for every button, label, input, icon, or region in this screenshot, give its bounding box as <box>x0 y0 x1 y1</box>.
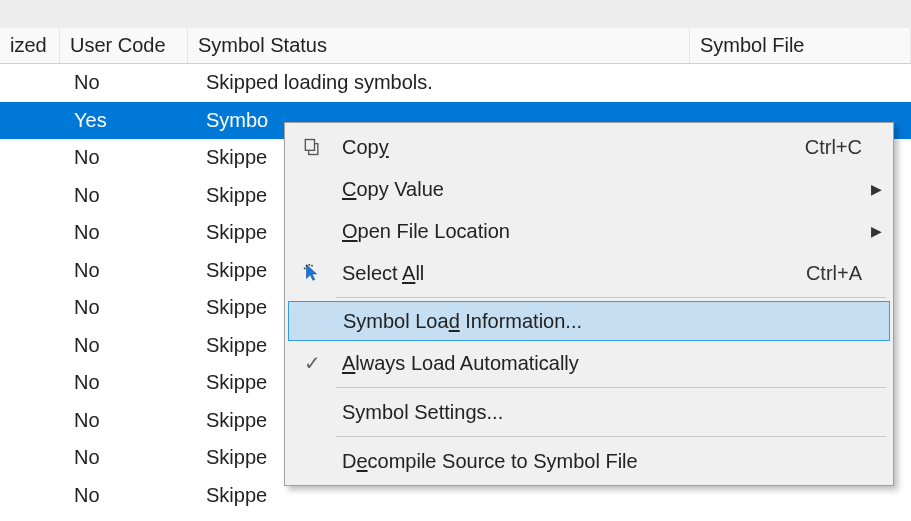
submenu-arrow-icon: ▶ <box>866 223 882 239</box>
table-header: ized User Code Symbol Status Symbol File <box>0 28 911 64</box>
menu-symbol-load-info-label: Symbol Load Information... <box>333 310 865 333</box>
svg-rect-1 <box>305 140 314 151</box>
context-menu: Copy Ctrl+C Copy Value ▶ Open File Locat… <box>284 122 894 486</box>
col-header-ized[interactable]: ized <box>0 28 60 63</box>
svg-point-2 <box>306 265 308 267</box>
cell-user-code: No <box>60 221 188 244</box>
menu-decompile[interactable]: Decompile Source to Symbol File <box>288 440 890 482</box>
menu-open-file-location[interactable]: Open File Location ▶ <box>288 210 890 252</box>
menu-separator <box>336 387 886 388</box>
col-header-symbol-status[interactable]: Symbol Status <box>188 28 690 63</box>
cell-user-code: No <box>60 296 188 319</box>
svg-point-5 <box>311 265 313 267</box>
cell-user-code: Yes <box>60 109 188 132</box>
select-all-cursor-icon <box>292 262 332 284</box>
menu-separator <box>336 297 886 298</box>
cell-user-code: No <box>60 71 188 94</box>
menu-always-load[interactable]: ✓ Always Load Automatically <box>288 342 890 384</box>
cell-symbol-status: Skipped loading symbols. <box>188 71 690 94</box>
menu-open-file-label: Open File Location <box>332 220 866 243</box>
cell-user-code: No <box>60 334 188 357</box>
menu-copy-value-label: Copy Value <box>332 178 866 201</box>
svg-point-3 <box>308 264 310 266</box>
menu-decompile-label: Decompile Source to Symbol File <box>332 450 866 473</box>
menu-select-all-label: Select All <box>332 262 806 285</box>
col-header-symbol-file[interactable]: Symbol File <box>690 28 911 63</box>
cell-user-code: No <box>60 446 188 469</box>
menu-select-all-shortcut: Ctrl+A <box>806 262 866 285</box>
menu-separator <box>336 436 886 437</box>
menu-select-all[interactable]: Select All Ctrl+A <box>288 252 890 294</box>
cell-user-code: No <box>60 259 188 282</box>
cell-user-code: No <box>60 371 188 394</box>
col-header-user-code[interactable]: User Code <box>60 28 188 63</box>
cell-symbol-status: Skippe <box>188 484 690 507</box>
cell-user-code: No <box>60 146 188 169</box>
menu-always-load-label: Always Load Automatically <box>332 352 866 375</box>
top-spacer <box>0 0 911 28</box>
menu-copy-label: Copy <box>332 136 805 159</box>
copy-icon <box>292 137 332 157</box>
table-row[interactable]: NoSkipped loading symbols. <box>0 64 911 102</box>
menu-copy-value[interactable]: Copy Value ▶ <box>288 168 890 210</box>
checkmark-icon: ✓ <box>292 351 332 375</box>
menu-symbol-settings[interactable]: Symbol Settings... <box>288 391 890 433</box>
menu-copy[interactable]: Copy Ctrl+C <box>288 126 890 168</box>
cell-user-code: No <box>60 184 188 207</box>
table-row[interactable]: Skipped loading symbols <box>0 514 911 521</box>
submenu-arrow-icon: ▶ <box>866 181 882 197</box>
menu-symbol-settings-label: Symbol Settings... <box>332 401 866 424</box>
cell-user-code: No <box>60 484 188 507</box>
cell-user-code: No <box>60 409 188 432</box>
menu-symbol-load-info[interactable]: Symbol Load Information... <box>288 301 890 341</box>
menu-copy-shortcut: Ctrl+C <box>805 136 866 159</box>
svg-point-4 <box>304 268 306 270</box>
